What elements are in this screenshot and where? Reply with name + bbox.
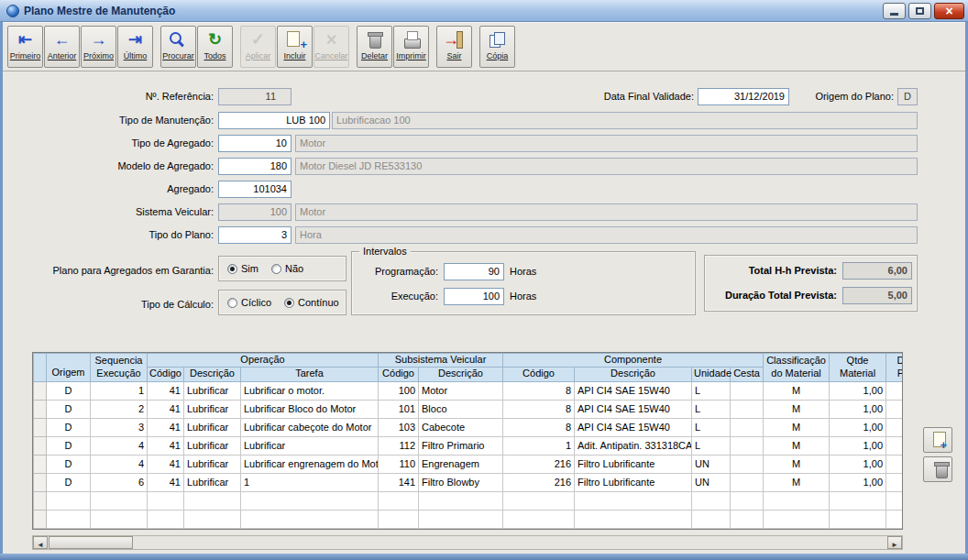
toolbar-cancel-button[interactable]: Cancelar xyxy=(314,26,349,68)
grid-cell[interactable]: 41 xyxy=(148,381,184,400)
grid-cell[interactable]: 103 xyxy=(379,418,419,436)
tipo-agregado-input[interactable]: 10 xyxy=(218,135,292,152)
grid-cell[interactable]: Adit. Antipatin. 331318CA xyxy=(575,436,692,455)
grid-cell[interactable]: M xyxy=(764,381,830,400)
grid-cell[interactable]: Filtro Primario xyxy=(419,436,503,455)
grid-cell[interactable]: UN xyxy=(692,473,731,491)
radio-continuo[interactable]: Contínuo xyxy=(284,297,339,308)
execucao-input[interactable]: 100 xyxy=(444,288,504,305)
grid-cell[interactable]: D xyxy=(47,418,91,436)
grid-cell[interactable]: 41 xyxy=(148,418,184,436)
grid-cell[interactable]: 216 xyxy=(503,473,575,491)
grid-cell[interactable]: 1,00 xyxy=(830,381,886,400)
toolbar-trash-button[interactable]: Deletar xyxy=(357,26,392,68)
grid-cell[interactable]: D xyxy=(47,455,91,473)
maximize-button[interactable] xyxy=(908,3,931,19)
grid-cell[interactable]: Lubrificar Bloco do Motor xyxy=(241,400,379,418)
toolbar-copy-button[interactable]: Cópia xyxy=(479,26,515,68)
grid-cell[interactable]: 141 xyxy=(379,473,419,491)
grid-cell[interactable]: 1,00 xyxy=(830,418,886,436)
grid-cell[interactable]: Lubrificar xyxy=(241,436,379,455)
grid-cell[interactable]: 41 xyxy=(148,400,184,418)
grid-cell[interactable]: API CI4 SAE 15W40 xyxy=(575,400,692,418)
scrollbar-thumb[interactable] xyxy=(49,536,133,549)
grid-cell[interactable]: 6 xyxy=(91,473,148,491)
toolbar-refresh-button[interactable]: Todos xyxy=(197,26,233,68)
radio-nao[interactable]: Não xyxy=(271,263,303,274)
grid-cell[interactable]: M xyxy=(764,418,830,436)
grid-row[interactable]: D641Lubrificar1141Filtro Blowby216Filtro… xyxy=(34,473,904,491)
toolbar-search-button[interactable]: Procurar xyxy=(160,26,196,68)
toolbar-last-button[interactable]: Último xyxy=(117,26,153,68)
data-final-input[interactable]: 31/12/2019 xyxy=(698,88,789,105)
toolbar-next-button[interactable]: Próximo xyxy=(81,26,116,68)
toolbar-exit-button[interactable]: Sair xyxy=(436,26,472,68)
grid-cell[interactable]: 3 xyxy=(91,418,148,436)
grid-cell[interactable] xyxy=(731,381,764,400)
grid-cell[interactable]: L xyxy=(692,381,731,400)
grid-cell[interactable] xyxy=(731,418,764,436)
grid-cell[interactable] xyxy=(886,455,903,473)
grid-cell[interactable]: API CI4 SAE 15W40 xyxy=(575,381,692,400)
grid-cell[interactable]: Lubrificar xyxy=(184,381,241,400)
grid-cell[interactable]: 8 xyxy=(503,381,575,400)
grid-cell[interactable]: Lubrificar engrenagem do Motor xyxy=(241,455,379,473)
grid-cell[interactable]: 216 xyxy=(503,455,575,473)
grid-cell[interactable]: Lubrificar xyxy=(184,436,241,455)
delete-row-button[interactable] xyxy=(923,456,952,482)
grid-cell[interactable]: Cabecote xyxy=(419,418,503,436)
agregado-input[interactable]: 101034 xyxy=(218,181,292,198)
grid-cell[interactable]: M xyxy=(764,473,830,491)
grid-cell[interactable]: 1 xyxy=(91,381,148,400)
grid-cell[interactable]: Lubrificar xyxy=(184,400,241,418)
row-indicator[interactable] xyxy=(34,418,47,436)
grid-cell[interactable]: M xyxy=(764,400,830,418)
grid-cell[interactable] xyxy=(886,436,903,455)
grid-cell[interactable]: 110 xyxy=(379,455,419,473)
grid-cell[interactable]: L xyxy=(692,436,731,455)
grid-cell[interactable]: 112 xyxy=(379,436,419,455)
grid-cell[interactable]: Lubrificar xyxy=(184,418,241,436)
grid-cell[interactable]: 1 xyxy=(241,473,379,491)
tipo-plano-input[interactable]: 3 xyxy=(218,226,292,244)
grid-cell[interactable]: API CI4 SAE 15W40 xyxy=(575,418,692,436)
grid-cell[interactable] xyxy=(886,473,903,491)
grid-cell[interactable]: Lubrificar xyxy=(184,473,241,491)
grid-cell[interactable]: D xyxy=(47,400,91,418)
grid-cell[interactable]: 101 xyxy=(379,400,419,418)
row-indicator[interactable] xyxy=(34,455,47,473)
grid-cell[interactable] xyxy=(886,400,903,418)
grid-row[interactable]: D141LubrificarLubrificar o motor.100Moto… xyxy=(34,381,904,400)
grid-cell[interactable]: Lubrificar xyxy=(184,455,241,473)
grid-row[interactable]: D441LubrificarLubrificar engrenagem do M… xyxy=(34,455,904,473)
scroll-right-button[interactable] xyxy=(887,536,902,549)
grid-cell[interactable]: Motor xyxy=(419,381,503,400)
grid-cell[interactable]: 1,00 xyxy=(830,455,886,473)
grid-cell[interactable]: 4 xyxy=(91,436,148,455)
scroll-left-button[interactable] xyxy=(33,536,48,549)
grid-row[interactable]: D341LubrificarLubrificar cabeçote do Mot… xyxy=(34,418,904,436)
grid-cell[interactable]: 8 xyxy=(503,418,575,436)
grid-cell[interactable]: 2 xyxy=(91,400,148,418)
add-row-button[interactable] xyxy=(923,427,952,453)
toolbar-first-button[interactable]: Primeiro xyxy=(7,26,43,68)
minimize-button[interactable] xyxy=(883,3,906,19)
modelo-agregado-input[interactable]: 180 xyxy=(218,158,292,175)
grid-cell[interactable]: Bloco xyxy=(419,400,503,418)
grid-cell[interactable]: L xyxy=(692,400,731,418)
grid-cell[interactable]: 41 xyxy=(148,473,184,491)
grid-cell[interactable]: M xyxy=(764,436,830,455)
grid-cell[interactable]: D xyxy=(47,381,91,400)
grid-cell[interactable]: 41 xyxy=(148,436,184,455)
toolbar-prev-button[interactable]: Anterior xyxy=(44,26,80,68)
grid-cell[interactable]: M xyxy=(764,455,830,473)
row-indicator[interactable] xyxy=(34,381,47,400)
grid-cell[interactable]: Filtro Lubrificante xyxy=(575,473,692,491)
grid-row[interactable]: D241LubrificarLubrificar Bloco do Motor1… xyxy=(34,400,904,418)
grid-cell[interactable]: 1,00 xyxy=(830,400,886,418)
tipo-manutencao-input[interactable]: LUB 100 xyxy=(218,112,330,129)
grid-cell[interactable]: 8 xyxy=(503,400,575,418)
close-button[interactable] xyxy=(934,3,964,19)
radio-ciclico[interactable]: Cíclico xyxy=(227,297,271,308)
grid-cell[interactable]: UN xyxy=(692,455,731,473)
